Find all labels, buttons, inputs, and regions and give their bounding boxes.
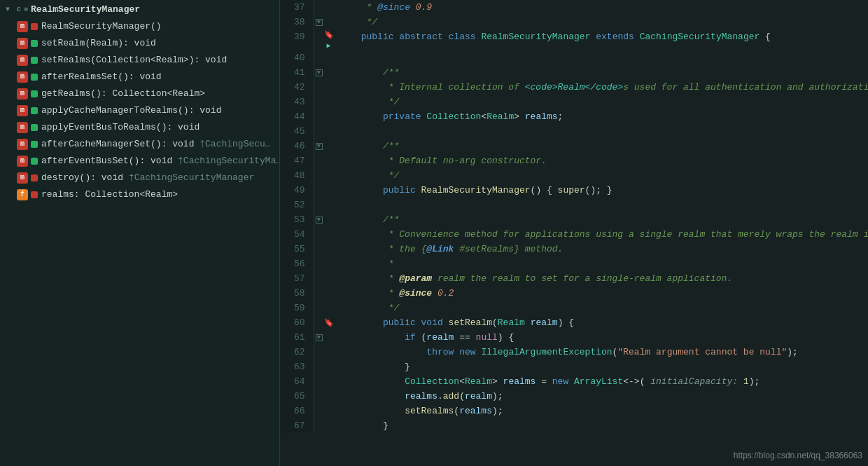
sidebar-root-item[interactable]: ▼ c ■ RealmSecurityManager (0, 1, 279, 18)
fold-gutter[interactable] (314, 227, 324, 242)
line-number: 49 (280, 183, 314, 198)
code-line-42: 42 * Internal collection of <code>Realm<… (280, 80, 868, 95)
visibility-square (31, 158, 38, 165)
line-content: private Collection<Realm> realms; (334, 109, 869, 124)
fold-gutter[interactable] (314, 301, 324, 315)
line-content: /** (334, 212, 869, 227)
line-content: /** (334, 139, 869, 153)
fold-gutter[interactable] (314, 109, 324, 124)
line-number: 66 (280, 404, 314, 418)
fold-gutter[interactable] (314, 404, 324, 418)
sidebar-item-setrealm[interactable]: m setRealm(Realm): void (0, 35, 279, 52)
bookmark-icon: 🔖 (324, 31, 334, 39)
fold-gutter[interactable] (314, 315, 324, 330)
fold-gutter[interactable] (314, 0, 324, 15)
line-content: */ (334, 95, 869, 109)
line-gutter (324, 286, 334, 301)
code-line-61: 61 ▼ if (realm == null) { (280, 330, 868, 345)
fold-gutter[interactable] (314, 80, 324, 95)
line-content: } (334, 359, 869, 374)
sidebar-item-destroy[interactable]: m destroy(): void †CachingSecurityManage… (0, 170, 279, 186)
fold-gutter[interactable]: ▼ (314, 15, 324, 29)
visibility-square (31, 90, 38, 97)
fold-icon[interactable]: ▼ (316, 69, 323, 76)
fold-gutter[interactable]: ▼ (314, 330, 324, 345)
fold-gutter[interactable] (314, 168, 324, 183)
fold-gutter[interactable] (314, 50, 324, 65)
fold-gutter[interactable] (314, 374, 324, 389)
fold-gutter[interactable] (314, 198, 324, 212)
line-gutter (324, 15, 334, 29)
line-content: setRealms(realms); (334, 404, 869, 418)
line-content: Collection<Realm> realms = new ArrayList… (334, 374, 869, 389)
sidebar-item-aftereventbusset[interactable]: m afterEventBusSet(): void †CachingSecur… (0, 153, 279, 170)
line-content: * (334, 256, 869, 271)
fold-gutter[interactable] (314, 286, 324, 301)
fold-gutter[interactable] (314, 29, 324, 50)
sidebar-item-realms-field[interactable]: f realms: Collection<Realm> (0, 186, 279, 203)
fold-gutter[interactable] (314, 124, 324, 139)
item-label: getRealms(): Collection<Realm> (41, 87, 205, 101)
bookmark-icon2: 🔖 (324, 319, 334, 327)
code-line-59: 59 */ (280, 301, 868, 315)
fold-gutter[interactable]: ▼ (314, 212, 324, 227)
line-gutter (324, 227, 334, 242)
line-number: 64 (280, 374, 314, 389)
badge-m: m (17, 156, 28, 167)
line-number: 59 (280, 301, 314, 315)
sidebar-item-applyeventbus[interactable]: m applyEventBusToRealms(): void (0, 119, 279, 136)
sidebar-item-aftercachemanager[interactable]: m afterCacheManagerSet(): void †CachingS… (0, 136, 279, 153)
sidebar-item-constructor[interactable]: m RealmSecurityManager() (0, 18, 279, 35)
line-gutter (324, 418, 334, 433)
fold-gutter[interactable] (314, 256, 324, 271)
line-content: */ (334, 168, 869, 183)
line-gutter (324, 301, 334, 315)
code-line-41: 41 ▼ /** (280, 65, 868, 80)
fold-gutter[interactable]: ▼ (314, 65, 324, 80)
line-content: throw new IllegalArgumentException("Real… (334, 345, 869, 359)
fold-icon[interactable]: ▼ (316, 19, 323, 26)
line-number: 65 (280, 389, 314, 404)
line-number: 45 (280, 124, 314, 139)
fold-gutter[interactable] (314, 183, 324, 198)
item-label: applyEventBusToRealms(): void (41, 121, 200, 135)
badge-m: m (17, 55, 28, 66)
item-label: setRealms(Collection<Realm>): void (41, 53, 227, 67)
code-line-62: 62 throw new IllegalArgumentException("R… (280, 345, 868, 359)
visibility-square (31, 74, 38, 81)
line-number: 48 (280, 168, 314, 183)
fold-gutter[interactable] (314, 271, 324, 286)
sidebar-item-applycachemanager[interactable]: m applyCacheManagerToRealms(): void (0, 102, 279, 119)
code-line-65: 65 realms.add(realm); (280, 389, 868, 404)
fold-icon[interactable]: ▼ (316, 334, 323, 341)
fold-gutter[interactable] (314, 359, 324, 374)
item-label: applyCacheManagerToRealms(): void (41, 104, 221, 118)
sidebar-item-setrealms[interactable]: m setRealms(Collection<Realm>): void (0, 52, 279, 69)
sidebar-item-afterrealmsset[interactable]: m afterRealmsSet(): void (0, 69, 279, 85)
fold-icon[interactable]: ▼ (316, 217, 323, 224)
line-number: 54 (280, 227, 314, 242)
item-label: afterEventBusSet(): void †CachingSecurit… (41, 154, 280, 168)
fold-gutter[interactable] (314, 418, 324, 433)
sidebar-item-getrealms[interactable]: m getRealms(): Collection<Realm> (0, 85, 279, 102)
line-content: */ (334, 15, 869, 29)
badge-f: f (17, 189, 28, 200)
code-line-52: 52 (280, 198, 868, 212)
fold-gutter[interactable] (314, 153, 324, 168)
run-icon[interactable]: ▶ (326, 42, 330, 50)
line-number: 47 (280, 153, 314, 168)
line-gutter (324, 183, 334, 198)
line-content (334, 50, 869, 65)
line-number: 53 (280, 212, 314, 227)
fold-gutter[interactable] (314, 242, 324, 256)
fold-gutter[interactable] (314, 345, 324, 359)
line-content (334, 198, 869, 212)
item-label: setRealm(Realm): void (41, 36, 156, 50)
fold-gutter[interactable] (314, 95, 324, 109)
item-label: RealmSecurityManager() (41, 20, 162, 34)
fold-gutter[interactable]: ▼ (314, 139, 324, 153)
line-gutter: 🔖 (324, 315, 334, 330)
fold-icon[interactable]: ▼ (316, 143, 323, 150)
code-line-48: 48 */ (280, 168, 868, 183)
fold-gutter[interactable] (314, 389, 324, 404)
